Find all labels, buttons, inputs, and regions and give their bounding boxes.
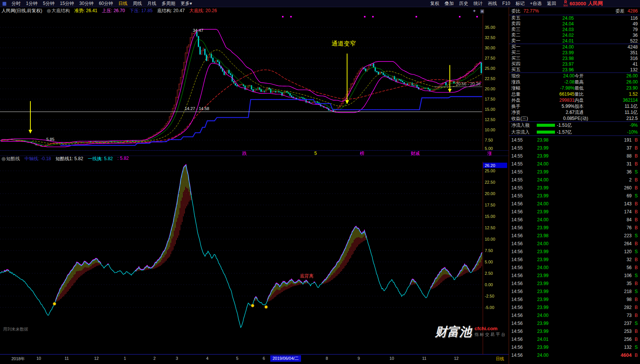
period-tab-15分钟[interactable]: 15分钟: [57, 0, 77, 7]
period-tab-60分钟[interactable]: 60分钟: [96, 0, 115, 7]
peak-price-label: 34.47: [193, 28, 203, 33]
indicator-eye-icon[interactable]: ◎: [47, 8, 50, 13]
oscillator-panel[interactable]: 25.0022.5020.0017.5015.0012.5010.007.505…: [0, 162, 509, 355]
gray-level-label: 20.56 - 20.26: [456, 82, 481, 86]
divergence-label: 底背离: [300, 273, 314, 279]
toolbar-button-+自选[interactable]: +自选: [527, 0, 544, 7]
toolbar-button-历史[interactable]: 历史: [456, 0, 471, 7]
tick-flag: S: [632, 169, 638, 175]
ind-max-label: 26.20: [485, 163, 495, 168]
main-price-chart[interactable]: 35.0032.5030.0027.5025.0022.5020.0017.50…: [0, 14, 509, 150]
tick-volume: 264: [549, 241, 632, 246]
tick-volume: 76: [549, 225, 632, 230]
indicator-eye-icon-2[interactable]: ◎: [2, 156, 5, 161]
tick-row: 14:5623.99174B: [509, 208, 640, 216]
tick-price: 23.99: [529, 225, 549, 230]
buy-signal-dot: [53, 302, 56, 305]
quote-label: 流通: [575, 109, 594, 116]
oscillator-value: 一线擒: 5.82: [88, 156, 113, 162]
more-menu[interactable]: 更多▾: [178, 0, 195, 7]
toolbar-button-画线[interactable]: 画线: [485, 0, 500, 7]
ask-row[interactable]: 卖三24.0379: [509, 27, 640, 32]
bid-row[interactable]: 买五23.96132: [509, 67, 640, 72]
tick-price: 23.99: [529, 345, 549, 350]
tick-time: 14:56: [511, 281, 529, 286]
tick-row: 14:5523.9936S: [509, 168, 640, 176]
ask-row[interactable]: 卖二24.0236: [509, 32, 640, 38]
time-axis[interactable]: 2019/06/04/二 日线 2018年1011121234568910111…: [0, 355, 509, 364]
period-tab-多周期[interactable]: 多周期: [159, 0, 178, 7]
tick-price: 23.99: [529, 257, 549, 262]
ask-row[interactable]: 卖五24.05116: [509, 15, 640, 21]
tick-flag: B: [632, 241, 638, 246]
tick-row: 14:5623.99282B: [509, 303, 640, 311]
period-tab-5分钟[interactable]: 5分钟: [40, 0, 57, 7]
quote-value: 26.00: [594, 79, 638, 85]
tick-volume: 98: [549, 297, 632, 302]
level-price: 24.05: [526, 16, 610, 21]
indicator-panel-title: 短酷线: [6, 156, 20, 161]
zoom-icon[interactable]: ▣: [480, 8, 484, 14]
tick-price: 23.99: [529, 321, 549, 326]
tick-price: 24.00: [529, 313, 549, 318]
period-tab-分时[interactable]: 分时: [9, 0, 23, 7]
toolbar-button-复权[interactable]: 复权: [427, 0, 442, 7]
tick-time: 14:56: [511, 217, 529, 222]
tick-flag: B: [632, 305, 638, 310]
quote-label: 总量: [511, 91, 531, 98]
period-tab-30分钟[interactable]: 30分钟: [77, 0, 96, 7]
grid-layout-icon[interactable]: ▦: [0, 1, 9, 6]
time-axis-label: 6: [263, 356, 265, 361]
bid-row[interactable]: 买四23.9741: [509, 61, 640, 67]
time-axis-label: 9: [358, 356, 360, 361]
toolbar-button-标记[interactable]: 标记: [513, 0, 527, 7]
toolbar-button-叠加[interactable]: 叠加: [442, 0, 456, 7]
tick-flag: B: [632, 281, 638, 286]
bid-row[interactable]: 买一24.004248: [509, 44, 640, 50]
tick-flag: B: [632, 209, 638, 214]
indicator-selector[interactable]: ◎大底结构: [47, 8, 69, 14]
chart-title: 人民网(日线,前复权): [2, 8, 42, 14]
main-axis-label: 7.50: [485, 138, 493, 142]
toolbar-button-返回[interactable]: 返回: [544, 0, 559, 7]
money-flow-row: 大宗流入-1.57亿-10%: [509, 129, 640, 136]
period-tab-周线[interactable]: 周线: [130, 0, 145, 7]
ask-row[interactable]: 卖一24.01522: [509, 38, 640, 44]
period-tab-日线[interactable]: 日线: [116, 0, 130, 7]
r-badge-text: R: [564, 0, 567, 4]
tick-time: 14:56: [511, 201, 529, 206]
indicator-selector-2[interactable]: ◎短酷线: [2, 156, 20, 162]
tick-flag: B: [632, 137, 638, 143]
buy-signal-dot: [265, 306, 268, 309]
indicator-value: 准势: 26.41: [74, 8, 98, 14]
weicha-label: 委差: [615, 8, 624, 14]
level-volume: 79: [610, 27, 638, 32]
toolbar-button-F10[interactable]: F10: [500, 0, 513, 7]
quote-value: 26.00: [594, 73, 638, 79]
quote-label: 内盘: [575, 97, 594, 104]
tick-time: 14:55: [511, 153, 529, 159]
bid-row[interactable]: 买二23.99351: [509, 50, 640, 55]
ind-axis-label: 10.00: [485, 237, 495, 241]
level-volume: 4248: [610, 44, 638, 50]
toolbar-button-统计[interactable]: 统计: [471, 0, 485, 7]
tick-volume: 256: [549, 337, 632, 342]
scrolling-ticker-bar: 跌5榜财减涨: [0, 150, 509, 156]
bid-row[interactable]: 买三23.98316: [509, 55, 640, 61]
tick-row: 14:5623.9932B: [509, 255, 640, 263]
ask-row[interactable]: 卖四24.0449: [509, 21, 640, 27]
tick-row: 14:5624.00143B: [509, 200, 640, 208]
period-tab-月线[interactable]: 月线: [145, 0, 159, 7]
tick-time: 14:56: [511, 313, 529, 318]
quote-value: 299831: [531, 98, 575, 103]
tick-time: 14:56: [511, 273, 529, 278]
tick-volume: 106: [549, 273, 632, 278]
ma-fast-line: [1, 39, 481, 146]
future-data-note: 用到未来数据: [3, 326, 28, 332]
flow-bar: [537, 131, 555, 134]
flow-percent: -10%: [627, 129, 638, 135]
star-icon[interactable]: ✦: [473, 8, 476, 14]
tick-row: 14:5624.00264B: [509, 240, 640, 247]
trading-app-window: ▦ 分时1分钟5分钟15分钟30分钟60分钟日线周线月线多周期更多▾ 复权叠加历…: [0, 0, 640, 364]
period-tab-1分钟[interactable]: 1分钟: [23, 0, 40, 7]
